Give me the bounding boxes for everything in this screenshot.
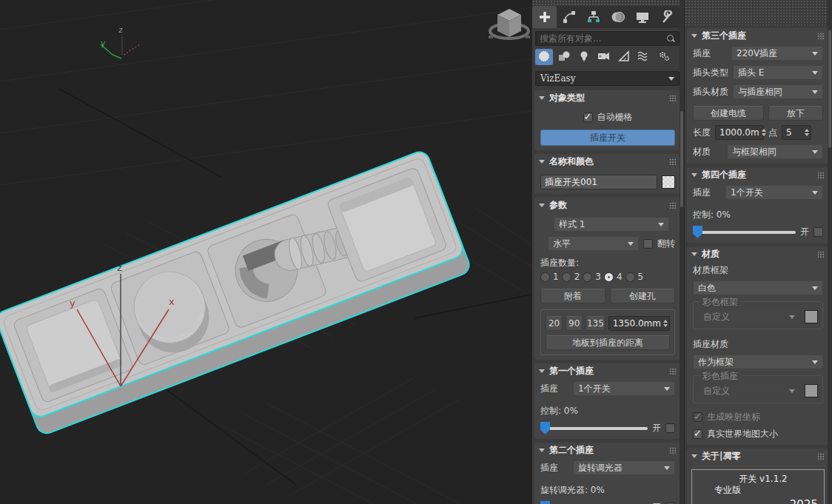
rollout-collapse-icon: [691, 252, 697, 256]
height-preset-20-button[interactable]: 20: [546, 316, 563, 331]
category-geometry[interactable]: [535, 49, 553, 65]
tab-display[interactable]: [631, 6, 655, 28]
cable-length-spinner[interactable]: 1000.0m: [715, 125, 764, 140]
scrollbar-thumb[interactable]: [828, 30, 831, 148]
scrollbar-thumb[interactable]: [680, 111, 683, 207]
category-shapes[interactable]: [555, 49, 573, 65]
viewport-3d[interactable]: z y x z y: [0, 0, 531, 504]
cable-points-spinner[interactable]: 5: [782, 125, 811, 140]
rollout-title: 第四个插座: [702, 169, 813, 181]
rollout-title: 对象类型: [549, 92, 665, 104]
search-field[interactable]: [535, 31, 680, 46]
slider-handle[interactable]: [540, 422, 550, 434]
plug-material-label: 插头材质: [693, 86, 728, 98]
socket-material-dropdown[interactable]: 作为框架: [693, 355, 823, 369]
floor-distance-button[interactable]: 地板到插座的距离: [546, 335, 670, 350]
count-radio-5[interactable]: [625, 272, 635, 282]
attach-button[interactable]: 附着: [540, 289, 605, 303]
rollout-grip-icon: [817, 251, 825, 258]
spinner-arrows-icon[interactable]: [663, 320, 668, 327]
search-input[interactable]: [540, 33, 666, 44]
rollout-name-color: 名称和颜色 插座开关001: [534, 154, 681, 194]
tab-utilities[interactable]: [655, 6, 680, 28]
rollout-grip-icon: [669, 368, 677, 374]
height-spinner[interactable]: 1350.0mm: [608, 316, 670, 331]
tab-hierarchy[interactable]: [581, 6, 605, 28]
count-radio-2[interactable]: [562, 272, 571, 282]
socket2-type-dropdown[interactable]: 旋转调光器: [573, 460, 675, 475]
height-preset-135-button[interactable]: 135: [586, 316, 605, 331]
tab-create[interactable]: [532, 6, 557, 28]
viewport-scene: z y x z y: [0, 0, 531, 504]
rollout-name-color-header[interactable]: 名称和颜色: [534, 154, 681, 169]
socket1-type-dropdown[interactable]: 1个开关: [573, 381, 675, 396]
axis-x-label: x: [169, 296, 175, 307]
rollout-socket3-header[interactable]: 第三个插座: [687, 28, 829, 43]
plug-type-value: 插头 E: [738, 67, 812, 79]
rollout-socket3: 第三个插座 插座 220V插座 插头类型 插头 E: [687, 28, 829, 164]
rollout-socket4-header[interactable]: 第四个插座: [687, 167, 829, 182]
rollout-socket2-header[interactable]: 第二个插座: [534, 443, 681, 457]
create-hole-button[interactable]: 创建孔: [610, 289, 675, 303]
socket3-type-dropdown[interactable]: 220V插座: [731, 46, 823, 61]
category-lights[interactable]: [575, 49, 593, 65]
count-radio-3[interactable]: [583, 272, 592, 282]
plug-type-dropdown[interactable]: 插头 E: [733, 65, 823, 80]
create-cable-button[interactable]: 创建电缆: [693, 106, 764, 121]
spinner-arrows-icon[interactable]: [805, 129, 809, 136]
rollout-parameters-header[interactable]: 参数: [534, 198, 681, 212]
tab-modify[interactable]: [557, 6, 581, 28]
chevron-down-icon: [664, 387, 670, 391]
plugin-dropdown[interactable]: VizEasy: [535, 71, 680, 86]
socket4-type-dropdown[interactable]: 1个开关: [725, 185, 823, 200]
count-radio-1[interactable]: [540, 272, 550, 282]
modify-icon: [563, 10, 576, 24]
cable-points-label: 点: [768, 127, 777, 139]
flip-checkbox[interactable]: [643, 239, 653, 249]
cable-length-value: 1000.0m: [719, 127, 759, 138]
slider-handle[interactable]: [540, 501, 550, 504]
socket4-on-checkbox[interactable]: [813, 227, 823, 237]
rollout-title: 第二个插座: [549, 444, 665, 457]
rollout-socket1-header[interactable]: 第一个插座: [534, 363, 681, 378]
count-radio-4[interactable]: [604, 272, 614, 282]
category-helpers[interactable]: [615, 49, 633, 65]
autogrid-label: 自动栅格: [597, 111, 633, 124]
drop-button[interactable]: 放下: [768, 106, 823, 121]
cable-material-dropdown[interactable]: 与框架相同: [727, 144, 823, 159]
plugin-dropdown-value: VizEasy: [540, 73, 668, 84]
socket2-control-slider[interactable]: [540, 501, 648, 504]
category-space-warps[interactable]: [635, 49, 653, 65]
category-systems[interactable]: [655, 49, 673, 65]
real-world-checkbox[interactable]: [693, 429, 702, 439]
slider-handle[interactable]: [693, 226, 702, 238]
search-icon: [666, 34, 675, 43]
spinner-arrows-icon[interactable]: [762, 129, 766, 136]
autogrid-checkbox[interactable]: [583, 112, 593, 122]
chevron-down-icon: [789, 389, 795, 393]
chevron-down-icon: [789, 315, 795, 319]
category-cameras[interactable]: [595, 49, 613, 65]
color-frame-group: 彩色框架 自定义: [693, 301, 823, 329]
rollout-about-header[interactable]: 关于|凋零: [687, 448, 829, 463]
rollout-material-header[interactable]: 材质: [687, 246, 829, 261]
tab-motion[interactable]: [606, 6, 631, 28]
rollout-object-type-header[interactable]: 对象类型: [534, 90, 681, 105]
plug-material-value: 与插座相同: [738, 86, 812, 98]
object-color-swatch[interactable]: [662, 175, 675, 189]
rollout-collapse-icon: [539, 204, 545, 207]
plug-material-dropdown[interactable]: 与插座相同: [733, 84, 823, 99]
socket4-control-slider[interactable]: [693, 226, 796, 238]
socket1-control-slider[interactable]: [540, 422, 648, 434]
style-dropdown[interactable]: 样式 1: [554, 217, 669, 232]
socket1-on-checkbox[interactable]: [665, 423, 675, 433]
frame-material-dropdown[interactable]: 白色: [693, 280, 823, 295]
create-plus-icon: [538, 10, 551, 24]
rollout-title: 参数: [549, 199, 665, 212]
extended-panel-scrollbar[interactable]: [828, 0, 832, 504]
create-socket-switch-button[interactable]: 插座开关: [540, 130, 675, 146]
orientation-dropdown[interactable]: 水平: [548, 236, 639, 251]
gears-icon: [658, 50, 670, 64]
height-preset-90-button[interactable]: 90: [566, 316, 583, 331]
object-name-input[interactable]: 插座开关001: [540, 175, 657, 189]
